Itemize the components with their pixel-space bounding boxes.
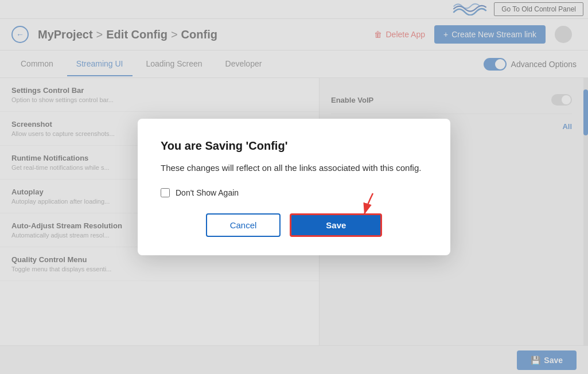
dont-show-again-checkbox[interactable]: [161, 188, 170, 197]
arrow-annotation-icon: [347, 190, 381, 219]
dont-show-again-row: Don't Show Again: [161, 188, 427, 197]
save-confirmation-modal: You are Saving 'Config' These changes wi…: [138, 119, 450, 256]
dont-show-again-label: Don't Show Again: [176, 188, 239, 197]
modal-title: You are Saving 'Config': [161, 139, 427, 153]
modal-actions: Cancel Save: [161, 213, 427, 237]
modal-cancel-button[interactable]: Cancel: [206, 213, 281, 237]
modal-overlay: You are Saving 'Config' These changes wi…: [0, 0, 588, 374]
modal-description: These changes will reflect on all the li…: [161, 162, 427, 175]
